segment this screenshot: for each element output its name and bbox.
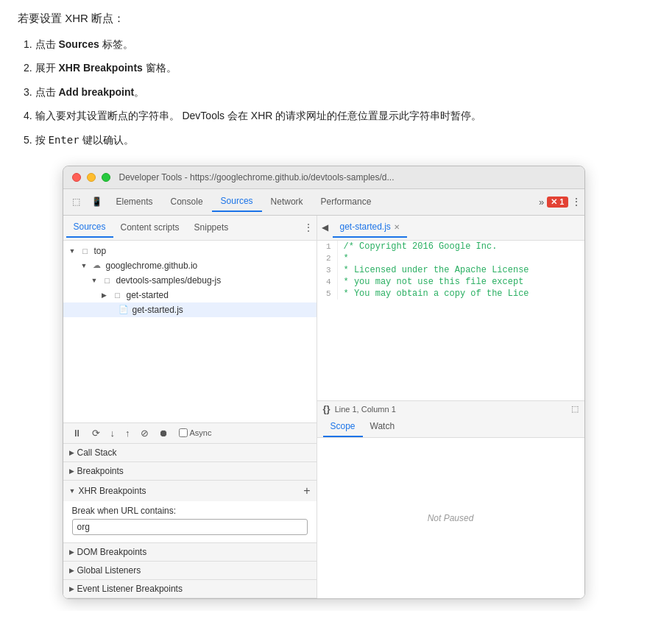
right-panel: ◀ get-started.js ✕ 1 /* Copyright 2016 G… — [317, 216, 584, 598]
window-title: Developer Tools - https://googlechrome.g… — [119, 172, 576, 183]
step-5-code: Enter — [48, 134, 79, 146]
extension-close-badge[interactable]: ✕ 1 — [547, 197, 568, 208]
code-line-3: 3 * Licensed under the Apache License — [317, 264, 584, 276]
tree-label-devtools-samples: devtools-samples/debug-js — [116, 275, 222, 286]
step-3-bold: Add breakpoint — [58, 86, 134, 98]
tab-performance[interactable]: Performance — [312, 192, 381, 211]
tab-sources[interactable]: Sources — [212, 191, 262, 212]
step-into-button[interactable]: ↓ — [107, 426, 119, 440]
folder-icon: □ — [79, 245, 91, 257]
code-header: ◀ get-started.js ✕ — [317, 216, 584, 241]
xhr-url-input[interactable] — [72, 519, 308, 535]
tab-network[interactable]: Network — [262, 192, 312, 211]
instructions-section: 若要设置 XHR 断点： 1. 点击 Sources 标签。 2. 展开 XHR… — [18, 12, 629, 148]
tree-item-devtools-samples[interactable]: ▼ □ devtools-samples/debug-js — [63, 273, 317, 288]
global-listeners-header[interactable]: ▶ Global Listeners — [63, 562, 317, 579]
left-panel-tabs: Sources Content scripts Snippets ⋮ — [63, 216, 317, 241]
xhr-label: Break when URL contains: — [72, 506, 308, 516]
line-number-2: 2 — [317, 252, 338, 264]
tree-item-github[interactable]: ▼ ☁ googlechrome.github.io — [63, 258, 317, 273]
left-tab-more-icon[interactable]: ⋮ — [303, 222, 314, 233]
js-file-icon: 📄 — [118, 304, 130, 316]
breakpoints-label: Breakpoints — [77, 466, 124, 476]
file-tree: ▼ □ top ▼ ☁ googlechrome.github.io ▼ □ d… — [63, 241, 317, 422]
code-tab-close-icon[interactable]: ✕ — [394, 223, 400, 231]
arrow-icon: ▼ — [91, 277, 102, 284]
dom-breakpoints-header[interactable]: ▶ DOM Breakpoints — [63, 543, 317, 561]
call-stack-header[interactable]: ▶ Call Stack — [63, 444, 317, 461]
tree-label-get-started: get-started — [127, 290, 169, 300]
device-icon[interactable]: 📱 — [87, 191, 107, 212]
event-listener-breakpoints-label: Event Listener Breakpoints — [77, 584, 183, 594]
left-panel: Sources Content scripts Snippets ⋮ ▼ □ t… — [63, 216, 317, 598]
devtools-menu-icon[interactable]: ⋮ — [571, 196, 581, 208]
dom-breakpoints-label: DOM Breakpoints — [77, 547, 147, 557]
code-line-1: 1 /* Copyright 2016 Google Inc. — [317, 241, 584, 252]
line-content-3: * Licensed under the Apache License — [338, 264, 584, 276]
left-tab-snippets[interactable]: Snippets — [187, 218, 236, 237]
tree-label-top: top — [94, 246, 107, 256]
xhr-breakpoints-label: XHR Breakpoints — [78, 486, 146, 496]
tree-label-get-started-js: get-started.js — [132, 305, 183, 315]
minimize-button[interactable] — [87, 173, 96, 182]
event-listener-breakpoints-header[interactable]: ▶ Event Listener Breakpoints — [63, 580, 317, 598]
step-out-button[interactable]: ↑ — [122, 426, 133, 440]
left-tab-sources[interactable]: Sources — [66, 217, 113, 238]
xhr-breakpoints-section: ▼ XHR Breakpoints + Break when URL conta… — [63, 481, 317, 543]
line-content-4: * you may not use this file except — [338, 276, 584, 288]
global-listeners-label: Global Listeners — [77, 565, 141, 576]
event-listener-breakpoints-arrow: ▶ — [69, 585, 74, 592]
step-over-button[interactable]: ⟳ — [89, 426, 103, 440]
close-button[interactable] — [72, 173, 81, 182]
tree-item-top[interactable]: ▼ □ top — [63, 244, 317, 258]
step-4: 4. 输入要对其设置断点的字符串。 DevTools 会在 XHR 的请求网址的… — [24, 107, 629, 124]
code-area: 1 /* Copyright 2016 Google Inc. 2 * 3 * … — [317, 241, 584, 401]
maximize-button[interactable] — [102, 173, 110, 182]
scope-tab-scope[interactable]: Scope — [323, 417, 363, 437]
tree-item-get-started-js[interactable]: 📄 get-started.js — [63, 302, 317, 317]
code-statusbar: {} Line 1, Column 1 ⬚ — [317, 400, 584, 417]
bottom-panels: ▶ Call Stack ▶ Breakpoints ▼ XHR Breakpo… — [63, 443, 317, 598]
step-3: 3. 点击 Add breakpoint。 — [24, 84, 629, 100]
code-line-5: 5 * You may obtain a copy of the Lice — [317, 288, 584, 300]
status-braces-icon: {} — [323, 403, 330, 414]
tab-console[interactable]: Console — [162, 192, 212, 211]
skip-button[interactable]: ⊘ — [138, 426, 152, 440]
scope-tab-watch[interactable]: Watch — [363, 417, 403, 437]
code-line-4: 4 * you may not use this file except — [317, 276, 584, 288]
step-2-bold: XHR Breakpoints — [58, 62, 142, 74]
more-tabs-icon[interactable]: » — [539, 197, 544, 208]
tab-elements[interactable]: Elements — [107, 192, 162, 211]
line-number-4: 4 — [317, 276, 338, 288]
xhr-breakpoints-header[interactable]: ▼ XHR Breakpoints + — [63, 481, 317, 501]
async-checkbox[interactable] — [179, 428, 188, 437]
breakpoints-header[interactable]: ▶ Breakpoints — [63, 462, 317, 480]
not-paused-text: Not Paused — [428, 513, 474, 523]
left-tab-content-scripts[interactable]: Content scripts — [113, 218, 187, 237]
code-line-2: 2 * — [317, 252, 584, 264]
code-tab-get-started-js[interactable]: get-started.js ✕ — [333, 217, 407, 238]
status-location: Line 1, Column 1 — [335, 405, 567, 414]
line-content-5: * You may obtain a copy of the Lice — [338, 288, 584, 300]
devtools-body: Sources Content scripts Snippets ⋮ ▼ □ t… — [63, 216, 584, 598]
tree-item-get-started[interactable]: ▶ □ get-started — [63, 288, 317, 302]
inspect-icon[interactable]: ⬚ — [66, 191, 87, 212]
deactivate-button[interactable]: ⏺ — [156, 426, 172, 440]
cloud-icon: ☁ — [91, 260, 103, 272]
folder-icon: □ — [102, 275, 113, 286]
arrow-icon: ▼ — [81, 262, 91, 269]
tree-label-github: googlechrome.github.io — [106, 261, 198, 271]
pause-resume-button[interactable]: ⏸ — [69, 426, 85, 440]
code-tab-left-arrow[interactable]: ◀ — [317, 222, 333, 233]
status-format-icon[interactable]: ⬚ — [571, 404, 579, 414]
arrow-icon: ▶ — [102, 291, 112, 299]
step-1-bold: Sources — [58, 38, 99, 50]
code-tab-filename: get-started.js — [340, 222, 391, 232]
line-number-3: 3 — [317, 264, 338, 276]
tabs-right-area: » ✕ 1 ⋮ — [539, 196, 581, 208]
xhr-add-button[interactable]: + — [303, 484, 310, 498]
steps-list: 1. 点击 Sources 标签。 2. 展开 XHR Breakpoints … — [24, 36, 629, 148]
dom-breakpoints-section: ▶ DOM Breakpoints — [63, 543, 317, 562]
breakpoints-arrow: ▶ — [69, 467, 74, 475]
async-label: Async — [179, 428, 212, 437]
